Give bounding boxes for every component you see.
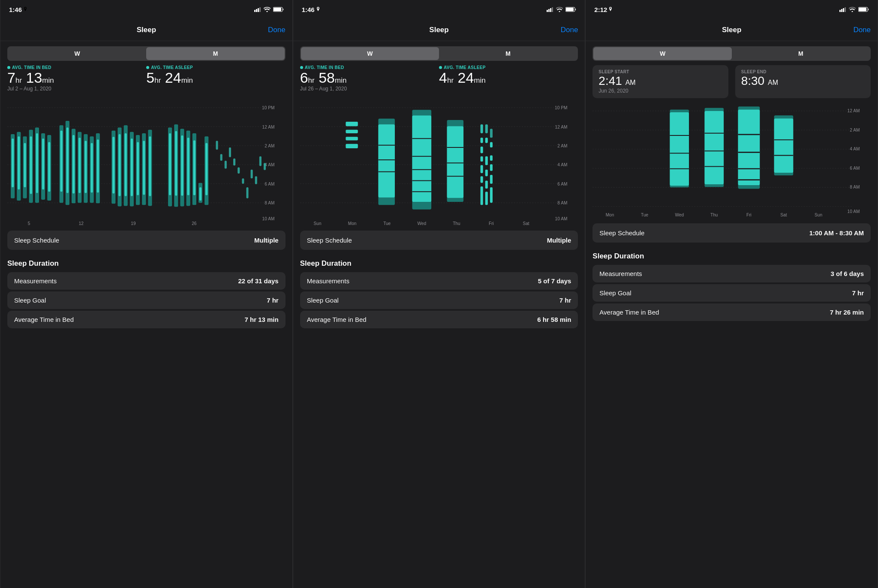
svg-rect-50 <box>97 140 99 193</box>
status-bar-1: 1:46 <box>0 0 292 19</box>
status-icons-3 <box>839 7 869 12</box>
chart-area-2: 10 PM 12 AM 2 AM 4 AM 6 AM 8 AM 10 AM Su… <box>293 94 585 227</box>
svg-rect-81 <box>225 161 227 169</box>
svg-rect-74 <box>193 141 195 195</box>
svg-text:4 AM: 4 AM <box>265 163 274 168</box>
segment-control-3[interactable]: W M <box>592 46 871 61</box>
svg-text:12 AM: 12 AM <box>848 108 860 113</box>
svg-rect-72 <box>187 138 189 195</box>
svg-text:Tue: Tue <box>383 221 391 226</box>
nav-done-2[interactable]: Done <box>561 26 578 34</box>
svg-text:4 AM: 4 AM <box>557 163 567 168</box>
svg-rect-142 <box>480 165 483 174</box>
sleep-start-label: SLEEP START <box>598 69 722 74</box>
svg-rect-147 <box>485 156 487 165</box>
svg-rect-91 <box>547 10 548 12</box>
nav-bar-1: Sleep Done <box>0 19 292 41</box>
svg-text:6 AM: 6 AM <box>850 166 860 171</box>
svg-text:Fri: Fri <box>746 213 752 217</box>
status-bar-3: 2:12 <box>586 0 878 19</box>
svg-text:8 AM: 8 AM <box>850 185 860 189</box>
svg-text:5: 5 <box>28 221 30 226</box>
measurements-row-3[interactable]: Measurements 3 of 6 days <box>592 265 871 282</box>
nav-title-1: Sleep <box>137 26 156 34</box>
status-icons-2 <box>547 7 576 12</box>
svg-rect-162 <box>859 8 866 11</box>
nav-done-1[interactable]: Done <box>268 26 286 34</box>
svg-rect-90 <box>264 163 266 171</box>
segment-control-2[interactable]: W M <box>300 46 578 61</box>
sleep-schedule-row-1[interactable]: Sleep Schedule Multiple <box>7 231 286 250</box>
measurements-row-1[interactable]: Measurements 22 of 31 days <box>7 272 286 290</box>
seg-w-3[interactable]: W <box>593 47 731 60</box>
sleep-goal-row-1[interactable]: Sleep Goal 7 hr <box>7 291 286 309</box>
svg-rect-155 <box>490 175 493 184</box>
sleep-schedule-row-2[interactable]: Sleep Schedule Multiple <box>300 231 578 250</box>
svg-rect-0 <box>254 10 256 12</box>
svg-rect-140 <box>480 147 483 153</box>
avg-time-bed-row-2[interactable]: Average Time in Bed 6 hr 58 min <box>300 311 578 328</box>
seg-m-1[interactable]: M <box>146 47 284 60</box>
sleep-duration-title-1: Sleep Duration <box>0 253 292 270</box>
stat1-date-1: Jul 2 – Aug 1, 2020 <box>7 86 146 92</box>
svg-text:Mon: Mon <box>606 213 614 217</box>
seg-w-1[interactable]: W <box>8 47 146 60</box>
sleep-schedule-label-3: Sleep Schedule <box>599 229 644 237</box>
sleep-end-label: SLEEP END <box>741 69 865 74</box>
svg-text:10 AM: 10 AM <box>262 217 275 222</box>
svg-rect-159 <box>843 8 844 12</box>
svg-rect-146 <box>485 138 487 143</box>
location-icon <box>24 7 27 12</box>
nav-title-2: Sleep <box>429 26 448 34</box>
sleep-schedule-value-1: Multiple <box>254 237 279 244</box>
sleep-goal-row-3[interactable]: Sleep Goal 7 hr <box>592 284 871 302</box>
status-icons-1 <box>254 7 284 12</box>
svg-text:6 AM: 6 AM <box>557 182 567 186</box>
avg-time-bed-row-3[interactable]: Average Time in Bed 7 hr 26 min <box>592 303 871 321</box>
svg-rect-48 <box>91 143 93 193</box>
svg-rect-188 <box>705 111 724 184</box>
svg-rect-145 <box>485 125 487 134</box>
stat1-dot-1 <box>7 66 10 69</box>
stat1-value-1: 7hr 13min <box>7 70 146 86</box>
chart-area-3: 12 AM 2 AM 4 AM 6 AM 8 AM 10 AM Mon Tue … <box>586 100 878 220</box>
svg-text:6 AM: 6 AM <box>265 182 274 186</box>
svg-rect-150 <box>485 192 487 205</box>
svg-text:8 AM: 8 AM <box>265 201 274 206</box>
svg-rect-80 <box>220 154 223 161</box>
svg-rect-76 <box>199 187 201 201</box>
seg-w-2[interactable]: W <box>301 47 439 60</box>
battery-icon-3 <box>858 7 869 12</box>
stat2-value-2: 4hr 24min <box>439 70 578 86</box>
svg-text:2 AM: 2 AM <box>850 128 860 132</box>
nav-done-3[interactable]: Done <box>853 26 871 34</box>
svg-text:19: 19 <box>131 221 136 226</box>
avg-time-bed-row-1[interactable]: Average Time in Bed 7 hr 13 min <box>7 311 286 328</box>
stat2-value-1: 5hr 24min <box>146 70 285 86</box>
sleep-schedule-row-3[interactable]: Sleep Schedule 1:00 AM - 8:30 AM <box>592 223 871 243</box>
chart-svg-1: 10 PM 12 AM 2 AM 4 AM 6 AM 8 AM 10 AM 5 … <box>7 94 286 227</box>
svg-rect-34 <box>42 139 44 190</box>
seg-m-2[interactable]: M <box>439 47 577 60</box>
svg-rect-151 <box>490 129 493 138</box>
phone-panel-1: 1:46 Sleep Done W M AVG. TIME IN BED 7hr… <box>0 0 293 588</box>
svg-text:10 AM: 10 AM <box>848 209 860 214</box>
svg-rect-52 <box>112 137 114 194</box>
content-3: Sleep Schedule 1:00 AM - 8:30 AM Sleep D… <box>586 220 878 327</box>
content-1: Sleep Schedule Multiple Sleep Duration M… <box>0 227 292 334</box>
svg-rect-193 <box>738 110 760 185</box>
seg-m-3[interactable]: M <box>732 47 870 60</box>
svg-rect-127 <box>412 116 431 202</box>
svg-text:2 AM: 2 AM <box>557 144 567 148</box>
measurements-row-2[interactable]: Measurements 5 of 7 days <box>300 272 578 290</box>
svg-rect-160 <box>845 7 846 12</box>
content-2: Sleep Schedule Multiple Sleep Duration M… <box>293 227 585 334</box>
location-icon-2 <box>316 7 320 12</box>
svg-rect-120 <box>346 144 358 148</box>
sleep-duration-title-2: Sleep Duration <box>293 253 585 270</box>
segment-control-1[interactable]: W M <box>7 46 286 61</box>
svg-rect-60 <box>137 142 139 195</box>
nav-bar-2: Sleep Done <box>293 19 585 41</box>
sleep-goal-row-2[interactable]: Sleep Goal 7 hr <box>300 291 578 309</box>
svg-text:Wed: Wed <box>417 221 426 226</box>
